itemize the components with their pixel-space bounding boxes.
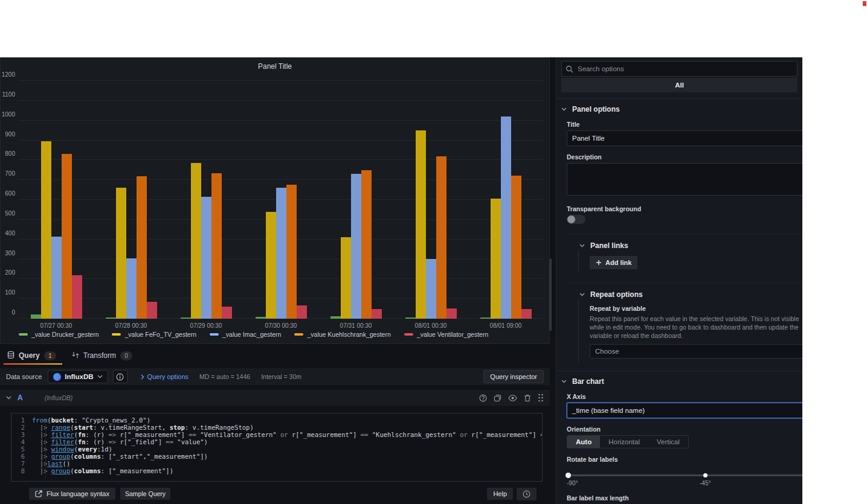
bar[interactable] xyxy=(62,154,72,319)
bar[interactable] xyxy=(51,237,62,319)
panel-links-header[interactable]: Panel links xyxy=(567,241,802,250)
query-inspector-button[interactable]: Query inspector xyxy=(483,370,544,383)
query-row-header[interactable]: A (InfluxDB) xyxy=(0,390,550,406)
bar-chart-header[interactable]: Bar chart xyxy=(556,377,802,386)
code-line[interactable]: 8 |> group(columns: ["_measurement"]) xyxy=(11,467,542,474)
bar-label-max-length-label: Bar label max length xyxy=(567,494,802,502)
bar[interactable] xyxy=(436,156,446,319)
bar[interactable] xyxy=(222,307,232,319)
code-line[interactable]: 1from(bucket: "Crypto_news_2.0") xyxy=(11,416,542,424)
bar[interactable] xyxy=(191,163,201,319)
bar[interactable] xyxy=(511,176,521,319)
code-line[interactable]: 2 |> range(start: v.timeRangeStart, stop… xyxy=(11,424,542,431)
sample-query-button[interactable]: Sample Query xyxy=(120,488,170,500)
eye-icon[interactable] xyxy=(508,395,517,401)
bar-group[interactable] xyxy=(169,81,243,319)
repeat-variable-select[interactable]: Choose xyxy=(590,344,802,359)
legend-item[interactable]: _value Imac_gestern xyxy=(210,331,281,338)
bar[interactable] xyxy=(126,258,137,319)
legend-item[interactable]: _value FeFo_TV_gestern xyxy=(112,331,196,338)
flux-code-editor[interactable]: 1from(bucket: "Crypto_news_2.0")2 |> ran… xyxy=(11,413,543,482)
bar[interactable] xyxy=(480,317,491,319)
bar[interactable] xyxy=(330,316,341,319)
bar[interactable] xyxy=(372,309,382,319)
panel-title-input[interactable] xyxy=(567,130,802,146)
query-options-toggle[interactable]: Query options xyxy=(141,373,189,380)
datasource-label: Data source xyxy=(6,373,42,380)
bar[interactable] xyxy=(297,305,307,319)
bar[interactable] xyxy=(106,317,116,319)
code-line[interactable]: 3 |> filter(fn: (r) => r["_measurement"]… xyxy=(11,431,542,438)
bar[interactable] xyxy=(341,237,351,319)
bar-group[interactable] xyxy=(318,81,393,319)
legend-item[interactable]: _value Drucker_gestern xyxy=(19,331,98,338)
help-button[interactable]: Help xyxy=(487,488,513,500)
code-line[interactable]: 5 |> window(every:1d) xyxy=(11,445,542,453)
tab-transform[interactable]: Transform 0 xyxy=(67,348,140,365)
bar[interactable] xyxy=(351,174,361,319)
bar[interactable] xyxy=(31,314,41,319)
transparent-bg-toggle[interactable] xyxy=(567,215,585,224)
bar[interactable] xyxy=(491,199,501,319)
flux-syntax-button[interactable]: Flux language syntax xyxy=(29,488,115,500)
left-pane-scrollbar[interactable] xyxy=(549,57,552,504)
bar[interactable] xyxy=(147,302,157,319)
bar-group[interactable] xyxy=(243,81,318,319)
drag-handle-icon[interactable] xyxy=(538,394,544,402)
option-horizontal[interactable]: Horizontal xyxy=(600,436,648,448)
add-link-button[interactable]: Add link xyxy=(590,256,637,269)
bar[interactable] xyxy=(211,173,222,319)
bar[interactable] xyxy=(137,176,147,319)
filter-tab-all[interactable]: All xyxy=(561,78,798,92)
bar-group[interactable] xyxy=(94,81,169,319)
bar[interactable] xyxy=(446,308,457,319)
code-line[interactable]: 6 |> group(columns: ["_start","_measurem… xyxy=(11,453,542,460)
help-circle-icon[interactable] xyxy=(479,394,487,402)
history-button[interactable] xyxy=(517,488,537,500)
panel-options-header[interactable]: Panel options xyxy=(556,105,802,113)
chevron-down-icon xyxy=(579,293,585,296)
legend-item[interactable]: _value Kuehlschrank_gestern xyxy=(294,331,390,338)
legend-item[interactable]: _value Ventilator_gestern xyxy=(404,331,489,338)
datasource-help-button[interactable] xyxy=(113,370,127,383)
option-vertical[interactable]: Vertical xyxy=(648,436,688,448)
slider-thumb[interactable] xyxy=(566,473,571,478)
trash-icon[interactable] xyxy=(524,394,531,402)
code-line[interactable]: 7 |>last() xyxy=(11,460,542,467)
datasource-value: InfluxDB xyxy=(65,373,93,380)
xaxis-select[interactable]: _time (base field name) xyxy=(567,403,802,418)
bar[interactable] xyxy=(521,309,532,319)
bar-group[interactable] xyxy=(393,81,468,319)
panel-title: Panel Title xyxy=(1,62,549,71)
repeat-options-header[interactable]: Repeat options xyxy=(567,290,802,299)
bar[interactable] xyxy=(276,188,286,319)
bar[interactable] xyxy=(405,317,416,319)
code-line[interactable]: 4 |> filter(fn: (r) => r["_field"] == "v… xyxy=(11,438,542,445)
datasource-picker[interactable]: InfluxDB xyxy=(48,370,108,383)
bar[interactable] xyxy=(181,317,191,319)
bar[interactable] xyxy=(72,275,82,319)
bar[interactable] xyxy=(201,197,211,319)
bar[interactable] xyxy=(256,317,266,319)
rotate-bar-labels-slider[interactable]: -90° -45° xyxy=(567,471,802,487)
bar[interactable] xyxy=(501,116,511,319)
option-auto[interactable]: Auto xyxy=(567,436,600,448)
tab-query[interactable]: Query 1 xyxy=(2,348,63,365)
bar[interactable] xyxy=(416,130,426,319)
duplicate-icon[interactable] xyxy=(494,394,501,402)
slider-track[interactable] xyxy=(567,474,802,476)
bar[interactable] xyxy=(116,188,126,319)
code-text: |> filter(fn: (r) => r["_measurement"] =… xyxy=(32,431,543,438)
bar[interactable] xyxy=(361,170,372,319)
scrollbar-thumb[interactable] xyxy=(549,258,552,331)
bar[interactable] xyxy=(286,185,297,319)
line-number: 4 xyxy=(11,438,32,445)
search-options-input[interactable] xyxy=(561,61,798,77)
bar[interactable] xyxy=(266,212,276,319)
bar[interactable] xyxy=(426,259,436,319)
screen-artifact xyxy=(863,1,866,6)
bar-group[interactable] xyxy=(468,81,543,319)
bar[interactable] xyxy=(41,141,51,319)
description-textarea[interactable] xyxy=(567,163,802,196)
bar-group[interactable] xyxy=(19,81,94,319)
